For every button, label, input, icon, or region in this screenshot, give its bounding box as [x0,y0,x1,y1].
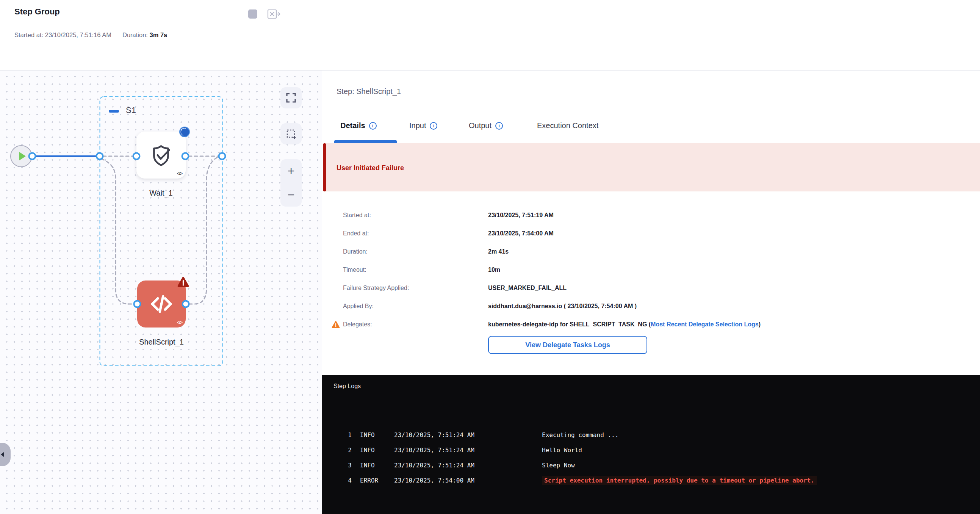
log-line: 2 INFO 23/10/2025, 7:51:24 AM Hello Worl… [322,442,980,458]
started-at: Started at: 23/10/2025, 7:51:16 AM [14,32,111,39]
step-details-panel: Step: ShellScript_1 Details i Input i Ou… [322,70,980,514]
zoom-controls: + − [280,159,302,207]
step-group-label: S1 [126,105,136,115]
step-group-execution-view: Step Group Started at: 23/10/2025, 7:51:… [0,0,980,514]
view-delegate-tasks-logs-button[interactable]: View Delegate Tasks Logs [488,336,647,354]
node-wait-1[interactable]: </> [137,132,186,178]
delegate-selection-logs-link[interactable]: Most Recent Delegate Selection Logs [651,321,759,328]
code-glyph-icon: </> [177,320,182,325]
mark-failed-x-arrow-icon[interactable] [267,9,281,19]
info-icon[interactable]: i [430,122,438,130]
page-title: Step Group [14,7,60,17]
detail-row-started-at: Started at: 23/10/2025, 7:51:19 AM [343,206,964,224]
play-icon [19,152,26,160]
detail-row-delegates: Delegates: kubernetes-delegate-idp for S… [343,315,964,334]
marquee-select-button[interactable] [280,123,302,145]
step-group-s1-header: S1 [109,105,136,115]
execution-meta: Started at: 23/10/2025, 7:51:16 AM Durat… [14,30,167,40]
warning-icon [332,321,340,328]
node-label-wait-1[interactable]: Wait_1 [131,189,191,197]
running-status-badge [179,127,190,137]
zoom-in-button[interactable]: + [288,165,295,177]
failure-banner: User Initiated Failure [323,143,980,191]
zoom-out-button[interactable]: − [288,189,295,201]
selection-box-icon [285,128,297,140]
panel-divider [322,70,322,514]
collapse-group-icon[interactable] [109,110,119,113]
detail-row-failure-strategy: Failure Strategy Applied: USER_MARKED_FA… [343,279,964,297]
pipeline-graph-canvas[interactable]: S1 </> Wait_1 </> [0,70,322,514]
pipeline-start-node[interactable] [10,145,32,167]
code-glyph-icon: </> [177,171,182,176]
step-logs-header: Step Logs [322,375,980,397]
failure-banner-accent [323,143,326,191]
log-line: 3 INFO 23/10/2025, 7:51:24 AM Sleep Now [322,458,980,473]
info-icon[interactable]: i [495,122,503,130]
failed-status-badge [177,276,189,287]
code-icon [147,290,175,318]
active-tab-indicator [334,140,397,143]
step-logs-console[interactable]: Step Logs 1 INFO 23/10/2025, 7:51:24 AM … [322,375,980,514]
node-shellscript-1[interactable]: </> [137,280,186,328]
header: Step Group Started at: 23/10/2025, 7:51:… [0,0,980,70]
node-label-shellscript-1[interactable]: ShellScript_1 [125,338,198,347]
tab-execution-context[interactable]: Execution Context [537,121,598,130]
detail-row-ended-at: Ended at: 23/10/2025, 7:54:00 AM [343,224,964,243]
shield-check-icon [148,143,173,167]
tab-input[interactable]: Input i [409,121,438,130]
tab-bar: Details i Input i Output i Execution Con… [322,120,980,143]
failure-message: User Initiated Failure [337,164,404,172]
delegate-value: kubernetes-delegate-idp for SHELL_SCRIPT… [488,321,651,328]
log-line: 1 INFO 23/10/2025, 7:51:24 AM Executing … [322,427,980,442]
square-icon[interactable] [248,10,257,19]
detail-row-duration: Duration: 2m 41s [343,243,964,261]
step-detail-list: Started at: 23/10/2025, 7:51:19 AM Ended… [343,206,964,334]
detail-row-timeout: Timeout: 10m [343,261,964,279]
info-icon[interactable]: i [369,122,377,130]
detail-row-applied-by: Applied By: siddhant.dua@harness.io ( 23… [343,297,964,315]
log-line-error: 4 ERROR 23/10/2025, 7:54:00 AM Script ex… [322,473,980,488]
step-title: Step: ShellScript_1 [337,87,401,96]
collapse-panel-toggle[interactable] [0,443,11,466]
fullscreen-icon [285,92,297,103]
tab-details[interactable]: Details i [340,121,377,130]
duration: Duration: 3m 7s [123,32,167,39]
tab-output[interactable]: Output i [469,121,503,130]
divider [117,30,117,40]
fit-to-screen-button[interactable] [280,87,302,108]
log-output: 1 INFO 23/10/2025, 7:51:24 AM Executing … [322,397,980,488]
step-logs-title: Step Logs [334,383,361,390]
